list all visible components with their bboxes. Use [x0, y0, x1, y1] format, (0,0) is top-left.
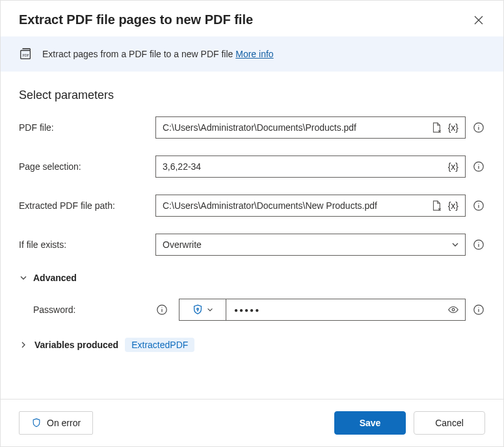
row-password: Password: ●●●●● [19, 299, 485, 321]
dialog-footer: On error Save Cancel [1, 399, 503, 446]
variable-picker-icon[interactable]: {x} [447, 161, 460, 172]
info-icon[interactable] [472, 199, 485, 212]
shield-lock-icon [192, 304, 204, 316]
svg-text:PDF: PDF [23, 53, 29, 57]
cancel-button[interactable]: Cancel [414, 411, 485, 435]
label-extracted-path: Extracted PDF file path: [19, 200, 149, 211]
svg-point-13 [452, 308, 455, 311]
info-icon[interactable] [472, 160, 485, 173]
select-if-exists[interactable]: Overwrite [155, 234, 466, 256]
info-icon[interactable] [472, 303, 485, 316]
label-page-selection: Page selection: [19, 161, 149, 172]
svg-point-11 [161, 307, 162, 308]
secure-input-mode-button[interactable] [179, 299, 226, 320]
chevron-right-icon [19, 340, 28, 349]
row-extracted-path: Extracted PDF file path: C:\Users\Admini… [19, 195, 485, 217]
dialog-title: Extract PDF file pages to new PDF file [19, 12, 253, 27]
row-pdf-file: PDF file: C:\Users\Administrator\Documen… [19, 116, 485, 139]
password-compound: ●●●●● [179, 299, 466, 321]
file-picker-icon[interactable] [430, 121, 443, 134]
content-area: Select parameters PDF file: C:\Users\Adm… [1, 72, 503, 399]
dialog-header: Extract PDF file pages to new PDF file [1, 1, 503, 36]
input-pdf-file[interactable]: C:\Users\Administrator\Documents\Product… [155, 116, 466, 139]
label-if-exists: If file exists: [19, 239, 149, 250]
chevron-down-icon [19, 273, 28, 282]
info-icon[interactable] [155, 303, 168, 316]
input-extracted-path[interactable]: C:\Users\Administrator\Documents\New Pro… [155, 195, 466, 217]
file-picker-icon[interactable] [430, 199, 443, 212]
info-banner: PDF Extract pages from a PDF file to a n… [1, 36, 503, 72]
save-button[interactable]: Save [334, 411, 406, 435]
svg-point-3 [478, 125, 479, 126]
variables-produced-toggle[interactable]: Variables produced ExtractedPDF [19, 338, 485, 352]
svg-point-5 [478, 164, 479, 165]
variable-picker-icon[interactable]: {x} [447, 122, 460, 133]
info-icon[interactable] [472, 238, 485, 251]
label-password: Password: [19, 305, 149, 315]
close-icon [474, 16, 483, 25]
advanced-toggle[interactable]: Advanced [19, 273, 485, 283]
shield-icon [31, 418, 42, 428]
section-title: Select parameters [19, 88, 485, 102]
input-password[interactable]: ●●●●● [226, 299, 465, 320]
svg-point-7 [478, 203, 479, 204]
variable-picker-icon[interactable]: {x} [447, 200, 460, 211]
svg-point-15 [478, 307, 479, 308]
svg-point-9 [478, 242, 479, 243]
eye-icon[interactable] [447, 303, 460, 316]
on-error-button[interactable]: On error [19, 411, 93, 435]
info-icon[interactable] [472, 121, 485, 134]
label-pdf-file: PDF file: [19, 122, 149, 133]
variable-badge[interactable]: ExtractedPDF [125, 338, 194, 352]
row-page-selection: Page selection: 3,6,22-34 {x} [19, 156, 485, 178]
banner-text: Extract pages from a PDF file to a new P… [42, 49, 274, 59]
more-info-link[interactable]: More info [235, 49, 273, 59]
close-button[interactable] [472, 14, 485, 27]
input-page-selection[interactable]: 3,6,22-34 {x} [155, 156, 466, 178]
chevron-down-icon [206, 306, 214, 314]
row-if-exists: If file exists: Overwrite [19, 234, 485, 256]
pdf-icon: PDF [19, 47, 33, 61]
chevron-down-icon [451, 240, 460, 249]
svg-point-12 [196, 308, 198, 310]
